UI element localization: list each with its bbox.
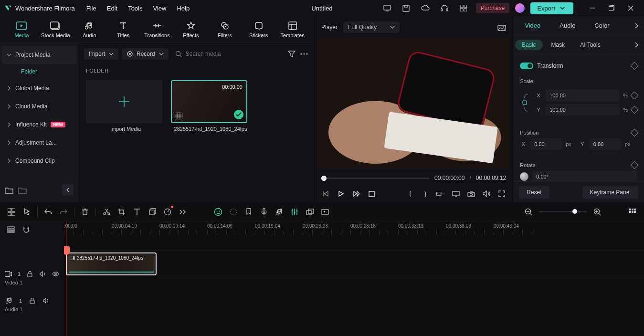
track-stack-icon[interactable] [7,226,15,233]
import-media-card[interactable]: Import Media [86,80,165,132]
keyframe-diamond[interactable] [631,106,639,114]
sidebar-folder[interactable]: Folder [2,64,76,79]
preview-viewport[interactable] [317,38,510,169]
purchase-button[interactable]: Purchase [476,3,510,13]
menu-tools[interactable]: Tools [128,5,142,12]
mark-out-button[interactable]: } [421,190,430,198]
view-options-icon[interactable] [628,207,637,217]
prev-frame-button[interactable] [321,190,330,198]
speed-icon[interactable] [163,207,172,217]
keyframe-icon[interactable] [320,207,330,217]
music-icon[interactable] [274,207,284,217]
delete-icon[interactable] [80,207,90,217]
timeline-tracks[interactable]: :00:00 00:00:04:19 00:00:09:14 00:00:14:… [64,221,644,336]
snapshot-icon[interactable] [497,23,506,31]
record-dropdown[interactable]: Record [122,48,169,60]
subtab-mask[interactable]: Mask [545,40,572,50]
split-icon[interactable] [102,207,111,217]
new-bin-icon[interactable] [18,186,27,194]
scrub-bar[interactable] [321,178,430,179]
undo-icon[interactable] [43,207,53,217]
video-lane[interactable]: 2825517-hd_1920_1080_24fps [64,250,644,277]
collapse-sidebar-button[interactable] [62,184,74,196]
crop-icon[interactable] [117,207,127,217]
mark-in-button[interactable]: { [406,190,414,198]
filter-icon[interactable] [287,50,296,58]
mixer-icon[interactable] [290,207,299,217]
camera-button[interactable] [467,190,475,198]
lock-icon[interactable] [28,297,36,304]
scale-x-input[interactable] [546,90,619,101]
pos-y-input[interactable] [590,138,621,150]
rotate-knob[interactable] [520,172,528,181]
sidebar-adjustment[interactable]: Adjustment La... [2,134,76,152]
search-input[interactable] [186,51,281,57]
save-icon[interactable] [400,1,413,15]
zoom-handle[interactable] [572,209,577,214]
pos-x-input[interactable] [530,138,562,150]
new-folder-icon[interactable] [5,186,13,194]
inspector-tab-color[interactable]: Color [585,16,619,35]
subtab-basic[interactable]: Basic [515,40,542,50]
tab-stock-media[interactable]: Stock Media [39,18,73,41]
mute-icon[interactable] [42,297,51,304]
play-forward-button[interactable] [352,190,360,198]
keyframe-diamond[interactable] [631,62,639,70]
volume-button[interactable] [482,190,491,198]
zoom-out-icon[interactable] [524,207,533,217]
sidebar-compound[interactable]: Compound Clip [2,152,76,170]
tab-templates[interactable]: Templates [275,18,309,41]
keyframe-panel-button[interactable]: Keyframe Panel [582,186,638,199]
tab-audio[interactable]: Audio [73,18,106,41]
menu-edit[interactable]: Edit [107,5,117,12]
zoom-in-icon[interactable] [592,207,602,217]
device-icon[interactable] [380,1,394,15]
audio-lane[interactable] [64,277,644,304]
quality-dropdown[interactable]: Full Quality [343,21,400,33]
reset-button[interactable]: Reset [519,186,549,199]
timeline-ruler[interactable]: :00:00 00:00:04:19 00:00:09:14 00:00:14:… [64,221,644,236]
cloud-icon[interactable] [419,1,432,15]
layout-icon[interactable] [7,207,16,217]
keyframe-diamond[interactable] [631,129,639,137]
maximize-button[interactable] [602,1,621,15]
keyframe-diamond[interactable] [631,92,639,100]
tab-filters[interactable]: Filters [208,18,242,41]
tab-transitions[interactable]: Transitions [140,18,174,41]
inspector-tab-audio[interactable]: Audio [550,16,585,35]
inspector-tab-video[interactable]: Video [515,16,550,35]
display-button[interactable] [452,190,460,198]
menu-file[interactable]: File [86,5,96,12]
scrub-handle[interactable] [321,176,327,181]
import-dropdown[interactable]: Import [84,48,118,60]
pointer-icon[interactable] [22,207,32,217]
rotate-input[interactable] [532,171,637,181]
lock-icon[interactable] [26,270,33,278]
tab-titles[interactable]: Titles [106,18,140,41]
scale-y-input[interactable] [546,104,619,116]
zoom-slider[interactable] [539,211,587,212]
stop-button[interactable] [367,190,376,198]
close-button[interactable] [621,1,640,15]
sidebar-global-media[interactable]: Global Media [2,79,76,97]
more-icon[interactable] [300,50,308,58]
sidebar-project-media[interactable]: Project Media [2,46,76,64]
tabs-scroll-right[interactable] [633,22,642,30]
playhead[interactable] [66,221,66,336]
subtabs-scroll-right[interactable] [633,41,642,49]
tab-media[interactable]: Media [5,18,39,41]
more-tools-icon[interactable] [178,207,188,217]
playhead-handle[interactable] [64,246,70,255]
subtab-ai-tools[interactable]: AI Tools [573,40,607,50]
tab-stickers[interactable]: Stickers [242,18,275,41]
link-axes-icon[interactable] [522,92,529,113]
keyframe-diamond[interactable] [631,161,639,169]
sidebar-influence-kit[interactable]: Influence KitNEW [2,116,76,134]
color-wheel-icon[interactable] [229,207,238,217]
user-avatar[interactable] [515,3,525,13]
sidebar-cloud-media[interactable]: Cloud Media [2,97,76,116]
ratio-button[interactable] [436,190,445,198]
ai-face-icon[interactable] [213,207,223,217]
transform-toggle[interactable] [520,63,533,69]
redo-icon[interactable] [59,207,68,217]
